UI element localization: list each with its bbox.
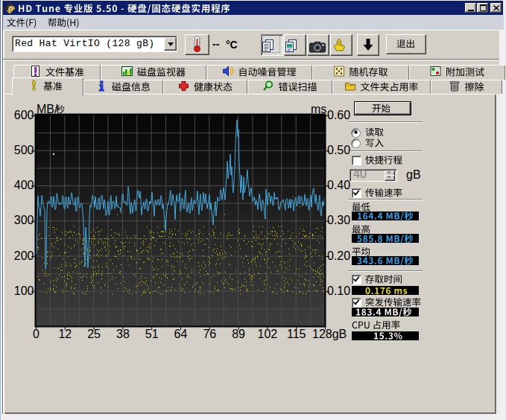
svg-text:38: 38: [116, 328, 130, 340]
svg-text:25: 25: [87, 328, 101, 340]
svg-text:12: 12: [58, 328, 72, 340]
svg-text:0.60: 0.60: [327, 109, 350, 121]
svg-text:51: 51: [145, 328, 159, 340]
svg-text:--: --: [212, 38, 220, 50]
svg-text:°C: °C: [226, 39, 238, 51]
svg-text:500: 500: [14, 144, 34, 156]
svg-text:600: 600: [14, 109, 34, 121]
svg-text:40: 40: [353, 168, 367, 180]
svg-text:115: 115: [287, 328, 306, 340]
svg-text:gB: gB: [406, 168, 421, 181]
svg-text:0.40: 0.40: [327, 179, 350, 191]
svg-text:0.30: 0.30: [327, 214, 350, 226]
svg-text:0: 0: [33, 328, 39, 340]
svg-text:300: 300: [14, 214, 34, 226]
svg-text:200: 200: [14, 249, 34, 262]
svg-text:0.10: 0.10: [327, 284, 350, 297]
svg-text:400: 400: [14, 179, 34, 191]
svg-text:128gB: 128gB: [312, 328, 347, 340]
svg-text:0.50: 0.50: [327, 144, 350, 156]
svg-text:ms: ms: [311, 103, 326, 115]
svg-text:0.20: 0.20: [327, 249, 350, 262]
svg-text:64: 64: [174, 328, 188, 340]
svg-text:76: 76: [203, 328, 216, 340]
svg-text:MB/: MB/: [37, 103, 58, 115]
svg-text:89: 89: [232, 328, 245, 340]
svg-text:100: 100: [14, 284, 34, 297]
svg-text:102: 102: [258, 328, 278, 340]
